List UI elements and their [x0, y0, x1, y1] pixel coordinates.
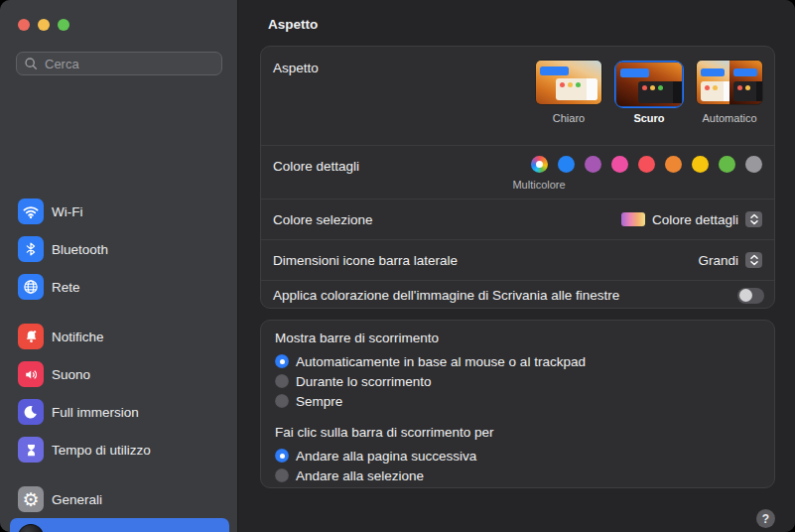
- sidebar-item-label: Notifiche: [52, 330, 104, 344]
- sidebar-item-notifications[interactable]: Notifiche: [10, 318, 229, 355]
- accent-dot-multicolor[interactable]: [531, 156, 548, 173]
- selection-color-popup[interactable]: Colore dettagli: [621, 211, 762, 227]
- moon-icon: [18, 399, 44, 425]
- wallpaper-tint-toggle[interactable]: [737, 288, 764, 304]
- sidebar-icon-size-row: Dimensioni icone barra laterale Grandi: [261, 239, 774, 280]
- accent-color-row: Colore dettagli Multicolore: [261, 145, 774, 199]
- sidebar-icon-size-popup[interactable]: Grandi: [698, 252, 762, 268]
- accent-dot-blue[interactable]: [558, 156, 575, 173]
- theme-thumbnail-auto: [697, 61, 762, 104]
- wifi-icon: [18, 199, 44, 224]
- sidebar-item-general[interactable]: ⚙ Generali: [10, 480, 229, 518]
- wallpaper-tint-row: Applica colorazione dell'immagine di Scr…: [261, 280, 774, 310]
- mini-menu-pill: [540, 66, 569, 75]
- speaker-icon: [18, 361, 44, 387]
- page-title: Aspetto: [268, 17, 318, 32]
- accent-dot-yellow[interactable]: [692, 156, 709, 173]
- appearance-row-label: Aspetto: [273, 61, 319, 75]
- selection-color-label: Colore selezione: [273, 212, 373, 227]
- theme-option-auto[interactable]: Automatico: [697, 61, 762, 124]
- search-input[interactable]: [43, 56, 214, 72]
- sidebar-item-label: Suono: [52, 367, 90, 382]
- close-button[interactable]: [18, 19, 30, 31]
- selection-color-value: Colore dettagli: [652, 212, 738, 227]
- search-field[interactable]: [16, 52, 222, 75]
- radio-option-jump-to-spot[interactable]: Andare alla selezione: [275, 466, 760, 485]
- hourglass-icon: [18, 437, 44, 463]
- mini-window-dark: [638, 81, 682, 103]
- radio-icon: [275, 394, 289, 408]
- theme-thumbnail-dark: [616, 63, 682, 106]
- sidebar-item-label: Bluetooth: [52, 242, 108, 257]
- accent-selected-caption: Multicolore: [512, 179, 565, 191]
- appearance-row: Aspetto Chiaro: [261, 47, 774, 145]
- theme-option-label: Automatico: [702, 112, 756, 124]
- sidebar: Wi-Fi Bluetooth Rete: [0, 0, 238, 532]
- sidebar-item-label: Tempo di utilizzo: [52, 443, 151, 458]
- theme-option-label: Scuro: [633, 112, 664, 124]
- sidebar-item-label: Generali: [52, 492, 102, 507]
- radio-option-automatic[interactable]: Automaticamente in base al mouse o al tr…: [275, 351, 760, 371]
- radio-option-when-scrolling[interactable]: Durante lo scorrimento: [275, 371, 760, 391]
- selection-color-row: Colore selezione Colore dettagli: [261, 199, 774, 239]
- radio-icon: [275, 468, 289, 482]
- click-scrollbar-heading: Fai clic sulla barra di scorrimento per: [275, 425, 760, 440]
- accent-dot-graphite[interactable]: [745, 156, 762, 173]
- radio-option-jump-next-page[interactable]: Andare alla pagina successiva: [275, 446, 760, 466]
- sidebar-item-screen-time[interactable]: Tempo di utilizzo: [10, 431, 229, 468]
- gradient-swatch: [621, 212, 645, 226]
- help-button[interactable]: ?: [756, 509, 775, 528]
- radio-option-always[interactable]: Sempre: [275, 391, 760, 411]
- sidebar-item-label: Wi-Fi: [52, 204, 82, 219]
- sidebar-item-sound[interactable]: Suono: [10, 355, 229, 393]
- zoom-button[interactable]: [58, 19, 69, 31]
- sidebar-item-appearance-selected[interactable]: [10, 518, 229, 532]
- wallpaper-tint-label: Applica colorazione dell'immagine di Scr…: [273, 288, 619, 303]
- sidebar-item-bluetooth[interactable]: Bluetooth: [10, 230, 229, 268]
- content-pane: Aspetto Aspetto Chiaro: [239, 0, 795, 532]
- mini-menu-pill: [620, 68, 649, 77]
- stepper-icon: [745, 211, 762, 227]
- sidebar-nav: Wi-Fi Bluetooth Rete: [10, 193, 229, 532]
- minimize-button[interactable]: [38, 19, 50, 31]
- sidebar-icon-size-label: Dimensioni icone barra laterale: [273, 253, 458, 268]
- theme-thumbnail-light: [536, 61, 601, 104]
- accent-dot-red[interactable]: [638, 156, 655, 173]
- sidebar-item-network[interactable]: Rete: [10, 268, 229, 306]
- sidebar-item-focus[interactable]: Full immersion: [10, 393, 229, 431]
- accent-dot-pink[interactable]: [611, 156, 628, 173]
- window-controls: [18, 19, 69, 31]
- sidebar-item-label: Rete: [52, 280, 80, 295]
- theme-option-dark[interactable]: Scuro: [614, 61, 684, 124]
- gear-icon: ⚙: [18, 486, 44, 512]
- stepper-icon: [745, 252, 762, 268]
- accent-color-label: Colore dettagli: [273, 159, 359, 174]
- radio-icon: [275, 449, 289, 463]
- accent-dot-orange[interactable]: [665, 156, 682, 173]
- toggle-knob: [739, 289, 752, 302]
- appearance-card: Aspetto Chiaro: [260, 46, 775, 309]
- accent-dot-purple[interactable]: [585, 156, 601, 173]
- globe-icon: [18, 274, 44, 300]
- selected-theme-frame: [614, 61, 684, 108]
- bell-icon: [18, 324, 44, 349]
- mini-window-light: [556, 78, 597, 100]
- bluetooth-icon: [18, 236, 44, 262]
- search-icon: [24, 57, 38, 70]
- sidebar-item-label: Full immersion: [52, 405, 139, 420]
- theme-option-label: Chiaro: [553, 112, 585, 124]
- radio-icon: [275, 374, 289, 388]
- appearance-icon: [18, 524, 44, 532]
- system-settings-window: Wi-Fi Bluetooth Rete: [0, 0, 795, 532]
- show-scrollbars-heading: Mostra barre di scorrimento: [275, 331, 760, 345]
- accent-dot-green[interactable]: [719, 156, 735, 173]
- accent-color-picker: Multicolore: [531, 156, 762, 173]
- theme-options: Chiaro Scuro: [536, 61, 762, 124]
- scrollbar-card: Mostra barre di scorrimento Automaticame…: [260, 320, 775, 488]
- theme-option-light[interactable]: Chiaro: [536, 61, 601, 124]
- radio-icon: [275, 354, 289, 368]
- sidebar-item-wifi[interactable]: Wi-Fi: [10, 193, 229, 230]
- sidebar-icon-size-value: Grandi: [698, 253, 738, 268]
